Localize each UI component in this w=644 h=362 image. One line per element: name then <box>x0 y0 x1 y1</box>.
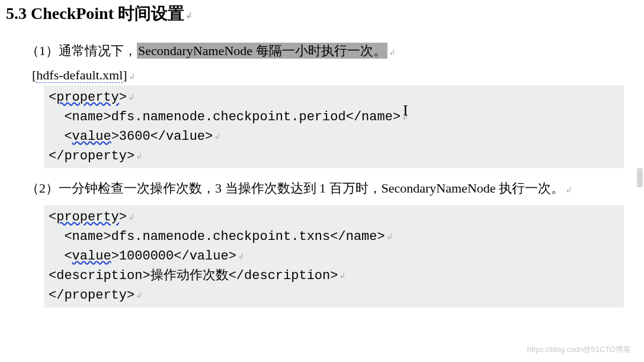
section-heading: 5.3 CheckPoint 时间设置↲ <box>6 2 632 25</box>
code-block-2: <property>↲ <name>dfs.namenode.checkpoin… <box>44 205 624 307</box>
c1-l4: </property> <box>49 149 134 164</box>
c2-l5: </property> <box>49 288 134 303</box>
line-break-mark: ↲ <box>565 185 572 194</box>
c2-l1a: < <box>49 210 56 225</box>
para2-text: （2）一分钟检查一次操作次数，3 当操作次数达到 1 百万时，Secondary… <box>26 181 564 196</box>
c2-l1c: > <box>119 210 127 225</box>
c1-value-tag: value <box>72 129 111 144</box>
watermark-text: https://blog.csdn@51CTO博客 <box>527 344 631 355</box>
line-break-mark: ↲ <box>136 151 143 161</box>
line-break-mark: ↲ <box>238 251 245 261</box>
document-page: 5.3 CheckPoint 时间设置↲ （1）通常情况下，SecondaryN… <box>0 0 644 362</box>
c1-l3a: < <box>49 129 72 144</box>
text-cursor-icon: I <box>403 102 408 120</box>
line-break-mark: ↲ <box>214 132 221 141</box>
file-name: hdfs-default.xml <box>36 68 123 83</box>
bracket-close: ] <box>123 68 127 82</box>
c2-l3c: >1000000</value> <box>111 249 236 264</box>
para1-highlight: SecondaryNameNode 每隔一小时执行一次。 <box>137 43 387 59</box>
line-break-mark: ↲ <box>136 290 143 300</box>
paragraph-1: （1）通常情况下，SecondaryNameNode 每隔一小时执行一次。↲ <box>26 38 632 64</box>
c1-l2: <name>dfs.namenode.checkpoint.period</na… <box>49 110 401 124</box>
line-break-mark: ↲ <box>129 72 136 81</box>
heading-text: 5.3 CheckPoint 时间设置 <box>6 4 184 23</box>
c1-l1c: > <box>119 90 127 105</box>
c1-l3c: >3600</value> <box>111 129 213 144</box>
line-break-mark: ↲ <box>185 11 193 20</box>
line-break-mark: ↲ <box>386 232 393 241</box>
line-break-mark: ↲ <box>389 47 396 57</box>
c2-l2: <name>dfs.namenode.checkpoint.txns</name… <box>49 229 385 244</box>
c2-value-tag: value <box>72 249 111 264</box>
line-break-mark: ↲ <box>128 92 135 102</box>
code-block-1: <property>↲ <name>dfs.namenode.checkpoin… <box>44 85 624 168</box>
file-label: [hdfs-default.xml]↲ <box>32 68 632 83</box>
c1-l1a: < <box>49 90 56 105</box>
c1-property-tag: property <box>56 90 119 105</box>
para1-prefix: （1）通常情况下， <box>26 43 137 58</box>
line-break-mark: ↲ <box>339 271 346 280</box>
c2-property-tag: property <box>56 210 119 225</box>
line-break-mark: ↲ <box>128 212 135 222</box>
c2-l4: <description>操作动作次数</description> <box>49 268 338 283</box>
scrollbar-thumb[interactable] <box>637 168 643 187</box>
paragraph-2: （2）一分钟检查一次操作次数，3 当操作次数达到 1 百万时，Secondary… <box>26 175 632 201</box>
c2-l3a: < <box>49 249 72 264</box>
